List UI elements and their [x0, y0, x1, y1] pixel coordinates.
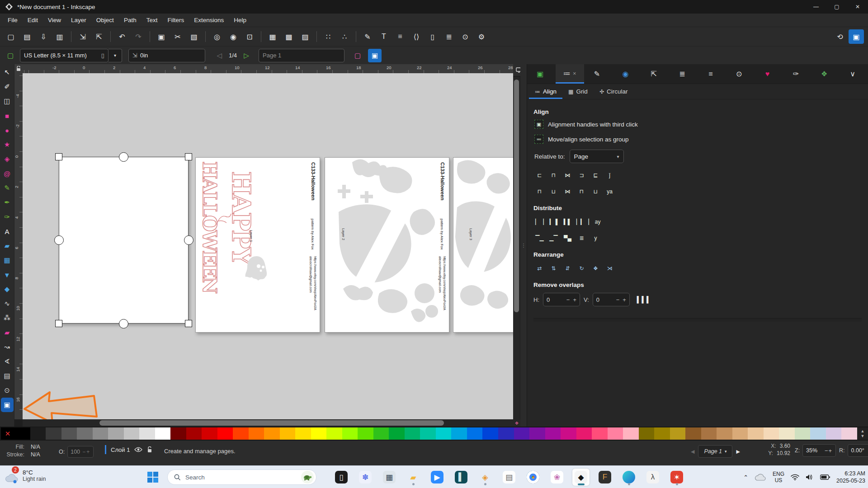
distribute-right-edges-button[interactable]: ▍▌: [561, 216, 574, 228]
palette-swatch[interactable]: [810, 427, 826, 440]
align-center-h-button[interactable]: ⋈: [561, 169, 574, 181]
palette-swatch[interactable]: [295, 427, 311, 440]
palette-swatch[interactable]: [779, 427, 795, 440]
rearrange-exchange-selection-button[interactable]: ⇅: [547, 263, 560, 274]
create-clone-icon[interactable]: ▩: [281, 29, 297, 44]
undo-icon[interactable]: ↶: [114, 29, 130, 44]
option-move-as-group[interactable]: ≕ Move/align selection as group: [534, 135, 862, 144]
palette-swatch[interactable]: [108, 427, 124, 440]
menu-item[interactable]: Path: [119, 14, 142, 27]
start-button[interactable]: [146, 470, 160, 484]
xml-editor-icon[interactable]: ⟨⟩: [409, 29, 424, 44]
zoom-page-icon[interactable]: ⊡: [242, 29, 257, 44]
align-bottom-edge-button[interactable]: ⊔: [590, 186, 602, 197]
document-tool-icon[interactable]: ▤: [1, 369, 14, 383]
previous-page-icon[interactable]: ◁: [212, 49, 226, 62]
dialog-tab-trace-icon[interactable]: ◉: [612, 64, 641, 84]
palette-swatch[interactable]: [685, 427, 701, 440]
align-top-button[interactable]: ⊔: [547, 186, 560, 197]
volume-icon[interactable]: [806, 474, 814, 480]
palette-swatch[interactable]: [592, 427, 608, 440]
dialog-tab-paint-servers-icon[interactable]: ✑: [783, 64, 811, 84]
taskbar-app-copilot[interactable]: ✽: [357, 469, 374, 486]
horizontal-ruler[interactable]: -20246810121416182022242628: [23, 64, 513, 73]
dropper-tool-icon[interactable]: ▼: [1, 267, 14, 282]
distribute-left-edges-button[interactable]: ▏▕: [533, 216, 546, 228]
lock-open-icon[interactable]: [147, 446, 152, 453]
align-left-button[interactable]: ⊓: [547, 169, 560, 181]
menu-item[interactable]: Text: [142, 14, 163, 27]
plus-icon[interactable]: +: [86, 449, 90, 455]
palette-swatch[interactable]: [545, 427, 561, 440]
maximize-button[interactable]: ▢: [826, 0, 847, 14]
palette-swatch[interactable]: [436, 427, 452, 440]
separator[interactable]: [150, 31, 150, 42]
palette-swatch[interactable]: [233, 427, 249, 440]
distribute-text-anchor-h-button[interactable]: ay: [592, 216, 604, 228]
menu-item[interactable]: Layer: [66, 14, 91, 27]
distribute-centers-h-button[interactable]: ▎▐: [547, 216, 560, 228]
taskbar-app-edge[interactable]: [620, 469, 637, 486]
minimize-button[interactable]: —: [806, 0, 826, 14]
dialog-tab-more-icon[interactable]: ∨: [840, 64, 868, 84]
language-indicator[interactable]: ENG US: [773, 471, 784, 483]
rotation-spinbox[interactable]: 0.00° −+: [848, 444, 868, 457]
minus-icon[interactable]: −: [616, 296, 620, 303]
menu-item[interactable]: Help: [229, 14, 251, 27]
palette-swatch[interactable]: [326, 427, 342, 440]
palette-swatch[interactable]: [170, 427, 186, 440]
color-managed-view-toggle[interactable]: ❖: [513, 419, 520, 427]
menu-item[interactable]: Edit: [23, 14, 43, 27]
minus-icon[interactable]: −: [82, 449, 86, 455]
distribute-centers-v-button[interactable]: ▁▔: [547, 232, 560, 244]
palette-swatch[interactable]: [202, 427, 217, 440]
distribute-top-edges-button[interactable]: ▔▁: [533, 232, 546, 244]
ungroup-icon[interactable]: ∴: [337, 29, 352, 44]
plus-icon[interactable]: +: [623, 296, 626, 303]
menu-item[interactable]: View: [43, 14, 66, 27]
page-format-caret-icon[interactable]: ▾: [108, 49, 122, 62]
align-right-button[interactable]: ⊐: [576, 169, 588, 181]
palette-swatch[interactable]: [748, 427, 764, 440]
taskbar-app-terminal[interactable]: ▌: [453, 469, 470, 486]
new-page-icon[interactable]: ▢: [4, 49, 17, 62]
battery-icon[interactable]: [820, 474, 830, 480]
box3d-tool-icon[interactable]: ◈: [1, 152, 14, 166]
spiral-tool-icon[interactable]: @: [1, 166, 14, 181]
spray-tool-icon[interactable]: ⁂: [1, 311, 14, 325]
horizontal-scrollbar[interactable]: [23, 419, 513, 427]
gradient-tool-icon[interactable]: ▰: [1, 239, 14, 253]
chevron-down-icon[interactable]: ▼: [861, 434, 865, 439]
weather-widget[interactable]: 2 8°C Light rain: [4, 467, 46, 483]
fill-stroke-indicator[interactable]: Fill:N/A Stroke:N/A: [5, 443, 40, 459]
redo-icon[interactable]: ↷: [131, 29, 146, 44]
page-margin-field[interactable]: ⇲ 0in: [128, 49, 205, 62]
palette-swatch[interactable]: [420, 427, 436, 440]
palette-swatch[interactable]: [389, 427, 405, 440]
calligraphy-tool-icon[interactable]: ✑: [1, 210, 14, 224]
menu-item[interactable]: Object: [91, 14, 119, 27]
palette-swatch[interactable]: [61, 427, 77, 440]
selection-handle-top-center[interactable]: [119, 152, 128, 162]
dialog-tab-export-icon[interactable]: ⇱: [641, 64, 669, 84]
dialog-tab-swatches-icon[interactable]: ❖: [811, 64, 840, 84]
page-selector-dropdown[interactable]: Page 1 ▾: [698, 445, 732, 458]
star-tool-icon[interactable]: ★: [1, 137, 14, 152]
text-tool-icon[interactable]: A: [1, 224, 14, 239]
palette-swatch[interactable]: [311, 427, 327, 440]
zoom-drawing-icon[interactable]: ◉: [226, 29, 241, 44]
next-page-icon[interactable]: ▷: [240, 49, 253, 62]
command-history-icon[interactable]: ⟲: [832, 29, 848, 44]
palette-swatch[interactable]: [623, 427, 639, 440]
palette-swatch[interactable]: [124, 427, 140, 440]
search-highlight-turtle-icon[interactable]: [301, 471, 314, 483]
palette-swatch[interactable]: [482, 427, 498, 440]
export-icon[interactable]: ⇱: [91, 29, 107, 44]
dock-resize-handle[interactable]: ⋮: [520, 64, 527, 427]
dialog-tab-fill-stroke-icon[interactable]: ✎: [584, 64, 613, 84]
palette-swatch[interactable]: [342, 427, 358, 440]
option-alignment-handles[interactable]: ▣ Alignment handles with third click: [534, 120, 862, 129]
no-color-swatch[interactable]: ✕: [1, 427, 14, 440]
separator[interactable]: [205, 31, 206, 42]
eraser-tool-icon[interactable]: ▰: [1, 325, 14, 340]
